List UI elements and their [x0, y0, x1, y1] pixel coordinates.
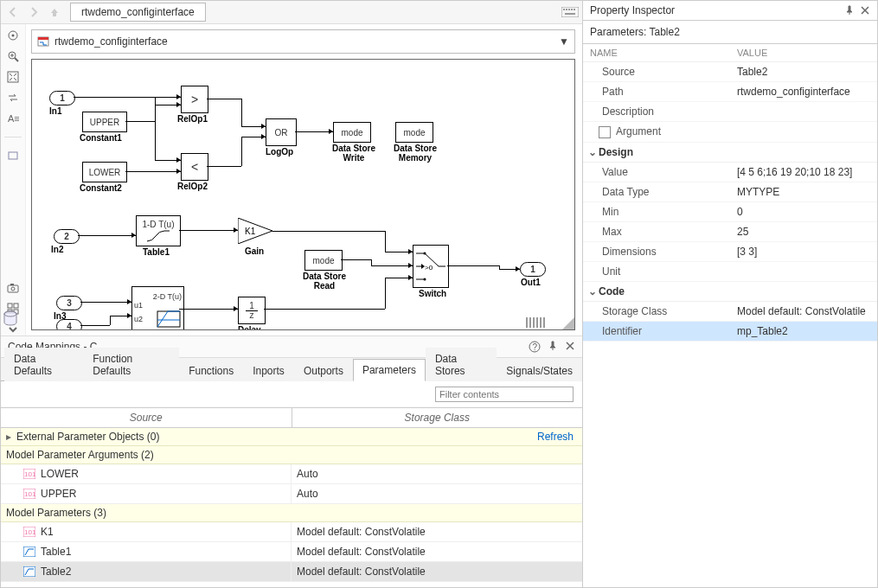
svg-rect-18 — [10, 284, 14, 285]
block-relop1[interactable]: > — [181, 86, 208, 113]
database-icon[interactable] — [1, 310, 20, 329]
block-relop2[interactable]: < — [181, 153, 208, 181]
section-code[interactable]: ⌄Code — [583, 282, 877, 302]
param-icon: 101 — [23, 489, 35, 499]
tab-outports[interactable]: Outports — [294, 360, 353, 381]
port-in3[interactable]: 3 — [56, 296, 82, 310]
table-row[interactable]: 101LOWER Auto — [1, 464, 582, 484]
tool-camera-icon[interactable] — [5, 282, 21, 294]
param-icon: 101 — [23, 527, 35, 537]
close-icon[interactable] — [860, 5, 870, 16]
col-source: Source — [1, 408, 292, 427]
port-in2[interactable]: 2 — [54, 229, 80, 244]
block-diagram-canvas[interactable]: 1 In1 2 In2 3 In3 4 In4 1 Out1 UPPER Con… — [31, 59, 575, 330]
port-out1[interactable]: 1 — [520, 262, 546, 277]
svg-rect-0 — [561, 7, 579, 17]
tab-function-defaults[interactable]: Function Defaults — [83, 348, 179, 381]
table-row[interactable]: 101K1 Model default: ConstVolatile — [1, 522, 582, 542]
property-inspector-title: Property Inspector — [590, 4, 675, 16]
svg-rect-5 — [574, 9, 575, 10]
svg-text:101: 101 — [24, 528, 35, 536]
nav-up-button[interactable] — [46, 3, 63, 21]
pin-icon[interactable] — [548, 341, 558, 353]
group-external-param[interactable]: ▸ External Parameter Objects (0) Refresh — [1, 428, 582, 446]
resize-corner-icon[interactable] — [562, 317, 574, 329]
nav-forward-button[interactable] — [25, 3, 42, 21]
tool-rect-icon[interactable] — [5, 150, 21, 162]
tool-zoom-icon[interactable] — [5, 50, 21, 62]
block-constant1[interactable]: UPPER — [82, 112, 127, 132]
block-switch[interactable]: >0 — [413, 245, 449, 288]
svg-text:>0: >0 — [425, 264, 433, 272]
label-constant2: Constant2 — [80, 183, 122, 193]
svg-point-37 — [424, 252, 426, 255]
tool-text-icon[interactable]: A≡ — [5, 112, 21, 125]
lut-icon — [23, 546, 35, 557]
prop-source-value[interactable]: Table2 — [730, 62, 877, 81]
block-delay[interactable]: 1z — [238, 297, 266, 324]
param-icon: 101 — [23, 469, 35, 479]
svg-rect-13 — [8, 72, 18, 82]
table-row[interactable]: 101UPPER Auto — [1, 484, 582, 504]
prop-path-value[interactable]: rtwdemo_configinterface — [730, 82, 877, 101]
svg-text:A≡: A≡ — [8, 113, 19, 124]
help-icon[interactable]: ? — [529, 341, 541, 353]
argument-checkbox[interactable] — [599, 126, 611, 138]
block-dsr[interactable]: mode — [304, 250, 343, 271]
tool-swap-icon[interactable] — [5, 92, 21, 104]
block-dsm[interactable]: mode — [395, 122, 433, 143]
group-model-param-args[interactable]: ⌄ Model Parameter Arguments (2) — [1, 446, 582, 464]
inspector-subtitle: Parameters: Table2 — [583, 21, 877, 44]
svg-text:?: ? — [533, 342, 538, 352]
label-dsw: Data StoreWrite — [328, 144, 380, 163]
block-gain[interactable]: K1 — [238, 218, 272, 244]
block-dsw[interactable]: mode — [333, 122, 371, 143]
chevron-down-icon: ⌄ — [588, 146, 599, 158]
refresh-link[interactable]: Refresh — [537, 431, 577, 443]
table-row[interactable]: Table1 Model default: ConstVolatile — [1, 542, 582, 562]
chevron-down-icon: ⌄ — [588, 285, 599, 297]
svg-rect-19 — [8, 304, 12, 308]
svg-rect-3 — [568, 9, 570, 10]
label-dsm: Data StoreMemory — [387, 144, 444, 163]
tab-data-defaults[interactable]: Data Defaults — [4, 348, 83, 381]
group-model-params[interactable]: ⌄ Model Parameters (3) — [1, 504, 582, 522]
model-icon — [37, 35, 49, 48]
col-name: NAME — [583, 44, 730, 61]
svg-rect-20 — [14, 304, 18, 308]
pin-icon[interactable] — [844, 5, 855, 16]
keyboard-icon — [561, 7, 579, 17]
block-table1[interactable]: 1-D T(u) — [136, 215, 181, 246]
svg-point-17 — [11, 287, 15, 291]
tab-inports[interactable]: Inports — [243, 360, 294, 381]
svg-rect-6 — [565, 13, 575, 15]
chevron-down-icon: ⌄ — [1, 449, 3, 461]
svg-text:K1: K1 — [245, 227, 256, 236]
block-logop[interactable]: OR — [266, 118, 297, 146]
prop-argument-label: Argument — [616, 125, 661, 137]
label-relop1: RelOp1 — [177, 114, 208, 124]
section-design[interactable]: ⌄Design — [583, 143, 877, 163]
block-table2[interactable]: 2-D T(u) u1 u2 — [131, 286, 184, 330]
svg-text:101: 101 — [24, 490, 35, 498]
tab-parameters[interactable]: Parameters — [353, 359, 426, 381]
label-out1: Out1 — [521, 278, 541, 287]
label-relop2: RelOp2 — [177, 182, 208, 191]
port-in1[interactable]: 1 — [49, 91, 75, 105]
svg-text:101: 101 — [24, 470, 35, 478]
nav-back-button[interactable] — [4, 3, 22, 21]
port-in4[interactable]: 4 — [56, 319, 82, 330]
model-tab[interactable]: rtwdemo_configinterface — [70, 3, 206, 22]
prop-desc-value[interactable] — [730, 102, 877, 121]
close-icon[interactable] — [565, 341, 575, 353]
tool-target-icon[interactable] — [5, 29, 21, 42]
tab-functions[interactable]: Functions — [179, 360, 243, 381]
tab-signals-states[interactable]: Signals/States — [497, 360, 582, 381]
table-row-selected[interactable]: Table2 Model default: ConstVolatile — [1, 562, 582, 582]
label-switch: Switch — [419, 289, 446, 298]
tab-data-stores[interactable]: Data Stores — [426, 348, 497, 381]
path-dropdown-icon[interactable]: ▼ — [559, 35, 569, 48]
filter-input[interactable] — [435, 387, 574, 402]
tool-fit-icon[interactable] — [5, 71, 21, 83]
block-constant2[interactable]: LOWER — [82, 162, 127, 182]
